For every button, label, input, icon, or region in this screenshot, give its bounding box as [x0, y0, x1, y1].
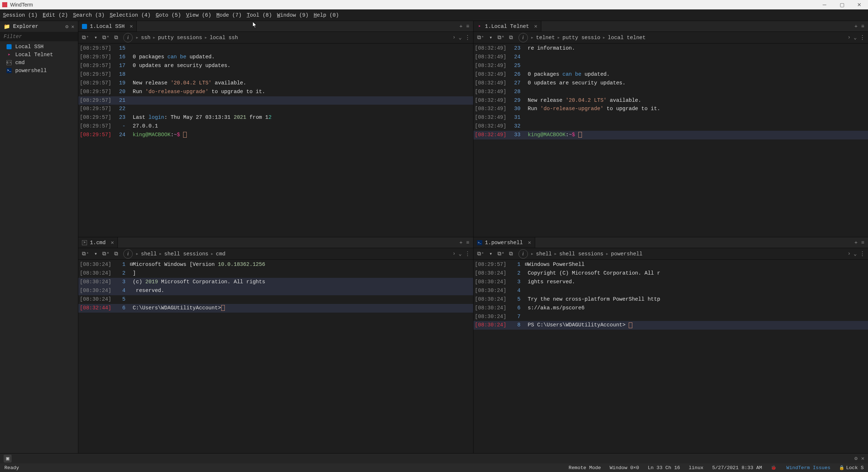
info-icon[interactable]: i — [123, 33, 133, 42]
kebab-menu-icon[interactable]: ⋮ — [465, 34, 470, 41]
timestamp: [08:29:57] — [78, 44, 115, 53]
terminal-body[interactable]: [08:30:24]1⊟Microsoft Windows [Version 1… — [78, 260, 473, 453]
menu-mode[interactable]: Mode (7) — [216, 12, 242, 18]
status-issues-link[interactable]: WindTerm Issues — [786, 465, 831, 471]
sidebar-item-telnet[interactable]: Local Telnet — [0, 51, 78, 59]
fold-marker-icon[interactable]: ⊟ — [130, 260, 133, 269]
nav-forward-icon[interactable]: › — [848, 251, 851, 257]
info-icon[interactable]: i — [123, 249, 133, 259]
breadcrumb-seg[interactable]: cmd — [216, 251, 226, 257]
terminal-body[interactable]: [08:29:57]15[08:29:57]160 packages can b… — [78, 43, 473, 237]
tab-close-icon[interactable]: ✕ — [130, 23, 133, 29]
breadcrumb-seg[interactable]: putty sessions — [158, 35, 202, 41]
info-icon[interactable]: i — [518, 33, 528, 42]
nav-forward-icon[interactable]: › — [452, 251, 456, 257]
popup-icon[interactable]: ⧉ — [112, 250, 120, 258]
terminal-view-icon[interactable]: ▣ — [4, 455, 12, 463]
menu-view[interactable]: View (6) — [186, 12, 211, 18]
breadcrumb-seg[interactable]: shell sessions — [164, 251, 208, 257]
breadcrumb-seg[interactable]: shell — [141, 251, 157, 257]
nav-dropdown-icon[interactable]: ⌄ — [459, 251, 462, 257]
toolstrip-settings-icon[interactable]: ⚙ — [855, 455, 858, 461]
popup-icon[interactable]: ⧉ — [507, 250, 516, 258]
add-tab-icon[interactable]: + — [855, 24, 858, 29]
add-tab-icon[interactable]: + — [459, 240, 463, 246]
dropdown-icon[interactable]: ▾ — [487, 33, 495, 42]
tab-menu-icon[interactable]: ≡ — [861, 24, 864, 29]
kebab-menu-icon[interactable]: ⋮ — [860, 34, 865, 41]
breadcrumb-seg[interactable]: shell — [536, 251, 552, 257]
terminal-line: [08:30:24]6s://aka.ms/pscore6 — [474, 304, 868, 313]
timestamp: [08:29:57] — [78, 62, 115, 70]
tab-close-icon[interactable]: ✕ — [111, 239, 114, 246]
line-number: 2 — [511, 269, 525, 278]
terminal-body[interactable]: [08:32:49]23re information.[08:32:49]24[… — [474, 43, 868, 237]
breadcrumb-seg[interactable]: local ssh — [210, 35, 238, 41]
sidebar-item-cmd[interactable]: cmd — [0, 59, 78, 67]
new-window-icon[interactable]: ⧉⁺ — [81, 250, 90, 258]
dropdown-icon[interactable]: ▾ — [91, 250, 100, 258]
toolstrip-close-icon[interactable]: ✕ — [861, 455, 864, 461]
menu-edit[interactable]: Edit (2) — [43, 12, 68, 18]
menu-help[interactable]: Help (0) — [314, 12, 339, 18]
status-remote-mode[interactable]: Remote Mode — [569, 465, 601, 471]
menu-session[interactable]: Session (1) — [3, 12, 38, 18]
breadcrumb-seg[interactable]: putty sessio — [562, 35, 600, 41]
popup-icon[interactable]: ⧉ — [507, 33, 516, 42]
fold-marker-icon[interactable]: ⊟ — [525, 260, 528, 269]
menu-search[interactable]: Search (3) — [73, 12, 104, 18]
add-tab-icon[interactable]: + — [855, 240, 858, 246]
kebab-menu-icon[interactable]: ⋮ — [465, 251, 470, 257]
tab-menu-icon[interactable]: ≡ — [466, 240, 470, 246]
close-button[interactable]: ✕ — [856, 2, 863, 8]
breadcrumb-seg[interactable]: shell sessions — [559, 251, 603, 257]
kebab-menu-icon[interactable]: ⋮ — [860, 251, 865, 257]
split-close-icon[interactable]: ⧉ˣ — [102, 33, 110, 42]
nav-dropdown-icon[interactable]: ⌄ — [853, 251, 857, 257]
new-window-icon[interactable]: ⧉⁺ — [476, 33, 485, 42]
dropdown-icon[interactable]: ▾ — [91, 33, 100, 42]
menu-tool[interactable]: Tool (8) — [247, 12, 272, 18]
maximize-button[interactable]: ▢ — [838, 2, 846, 8]
filter-input[interactable] — [0, 32, 78, 41]
pane-tab[interactable]: 1.powershell✕ — [474, 237, 535, 248]
split-close-icon[interactable]: ⧉ˣ — [497, 33, 505, 42]
new-window-icon[interactable]: ⧉⁺ — [476, 250, 485, 258]
add-tab-icon[interactable]: + — [459, 24, 463, 29]
menu-selection[interactable]: Selection (4) — [109, 12, 150, 18]
pane-tab[interactable]: 1.Local SSH✕ — [78, 21, 137, 32]
breadcrumb-seg[interactable]: ssh — [141, 35, 150, 41]
tab-close-icon[interactable]: ✕ — [534, 23, 537, 29]
statusbar: Ready Remote Mode Window 0×0 Ln 33 Ch 16… — [0, 463, 868, 472]
breadcrumb-seg[interactable]: telnet — [536, 35, 555, 41]
nav-forward-icon[interactable]: › — [848, 34, 851, 41]
info-icon[interactable]: i — [518, 249, 528, 259]
gear-icon[interactable]: ⚙ — [65, 24, 68, 30]
pane-tab[interactable]: 1.cmd✕ — [78, 237, 118, 248]
nav-dropdown-icon[interactable]: ⌄ — [853, 34, 857, 41]
nav-forward-icon[interactable]: › — [452, 34, 456, 41]
bug-icon — [771, 465, 778, 471]
menu-goto[interactable]: Goto (5) — [156, 12, 181, 18]
menu-window[interactable]: Window (9) — [277, 12, 309, 18]
terminal-body[interactable]: [08:29:57]1⊟Windows PowerShell[08:30:24]… — [474, 260, 868, 453]
breadcrumb-seg[interactable]: powershell — [611, 251, 642, 257]
nav-dropdown-icon[interactable]: ⌄ — [459, 34, 462, 41]
sidebar-item-ssh[interactable]: Local SSH — [0, 43, 78, 51]
tab-menu-icon[interactable]: ≡ — [861, 240, 864, 246]
dropdown-icon[interactable]: ▾ — [487, 250, 495, 258]
new-window-icon[interactable]: ⧉⁺ — [81, 33, 90, 42]
status-lock[interactable]: Lock S — [839, 465, 864, 471]
split-close-icon[interactable]: ⧉ˣ — [497, 250, 505, 258]
breadcrumb-seg[interactable]: local telnet — [608, 35, 645, 41]
split-close-icon[interactable]: ⧉ˣ — [102, 250, 110, 258]
sidebar-close-icon[interactable]: ✕ — [71, 24, 74, 30]
main-area: 📁 Explorer ⚙ ✕ Local SSHLocal Telnetcmdp… — [0, 21, 868, 453]
tab-menu-icon[interactable]: ≡ — [466, 24, 470, 29]
tab-close-icon[interactable]: ✕ — [528, 239, 531, 246]
line-content: Run 'do-release-upgrade' to upgrade to i… — [528, 105, 868, 113]
sidebar-item-ps[interactable]: powershell — [0, 67, 78, 75]
popup-icon[interactable]: ⧉ — [112, 33, 120, 42]
pane-tab[interactable]: 1.Local Telnet✕ — [474, 21, 542, 32]
minimize-button[interactable]: ─ — [821, 2, 828, 8]
